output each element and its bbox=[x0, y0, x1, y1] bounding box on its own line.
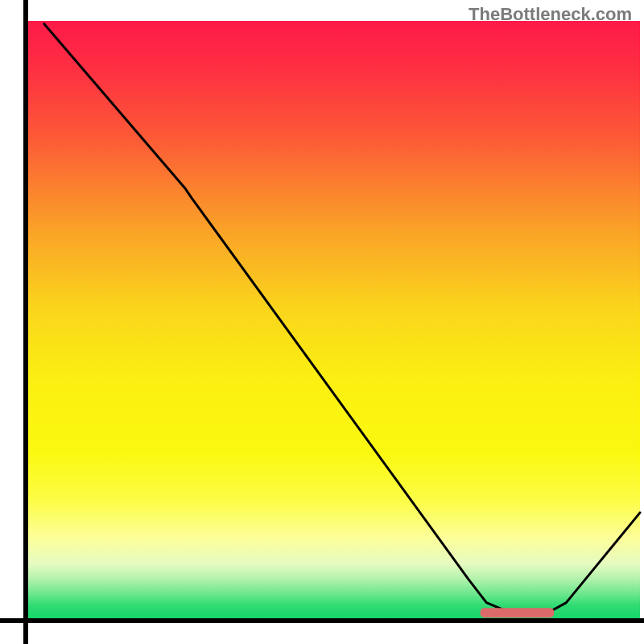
chart-container: TheBottleneck.com bbox=[0, 0, 644, 644]
bottleneck-chart bbox=[0, 0, 644, 644]
optimal-marker bbox=[481, 608, 555, 617]
attribution-label: TheBottleneck.com bbox=[469, 4, 632, 25]
